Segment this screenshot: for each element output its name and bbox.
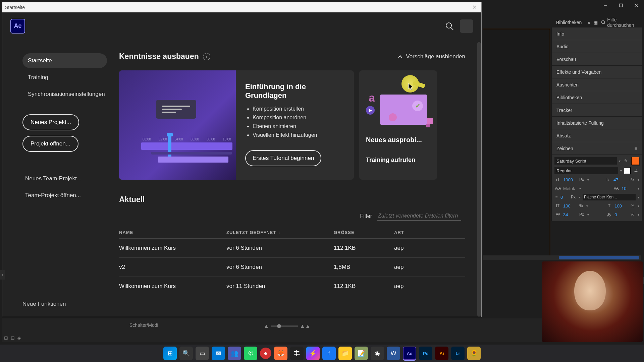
taskbar-firefox-icon[interactable]: 🦊 xyxy=(274,347,287,360)
swap-colors-icon[interactable]: ⇄ xyxy=(633,167,639,174)
taskbar-facebook-icon[interactable]: f xyxy=(322,347,336,360)
baseline-value[interactable]: 34 xyxy=(563,212,577,217)
hscale-icon: T xyxy=(606,202,612,209)
taskbar-k-app-icon[interactable]: 丰 xyxy=(290,347,304,360)
col-header-opened[interactable]: ZULETZT GEÖFFNET↑ xyxy=(226,230,334,235)
col-header-name[interactable]: NAME xyxy=(119,230,226,235)
window-minimize-icon[interactable] xyxy=(598,0,613,11)
taskbar-teams-icon[interactable]: 👥 xyxy=(228,347,241,360)
expand-left-panel-icon[interactable]: ‹ xyxy=(0,270,5,280)
taskbar: ⊞ 🔍 ▭ ✉ 👥 ✆ ● 🦊 丰 ⚡ f 📁 📝 ◉ W Ae Ps Ai L… xyxy=(0,345,644,362)
account-avatar[interactable] xyxy=(460,19,473,33)
taskbar-photoshop-icon[interactable]: Ps xyxy=(419,347,432,360)
nav-training[interactable]: Training xyxy=(22,70,107,85)
tutorial-card: 00;00 02;00 04;00 06;00 08;00 10;00 xyxy=(119,70,354,180)
panel-expand-icon[interactable]: » xyxy=(588,20,590,25)
unit-label: Px xyxy=(579,212,584,217)
start-tutorial-button[interactable]: Erstes Tutorial beginnen xyxy=(245,150,321,166)
info-icon[interactable]: i xyxy=(203,53,210,60)
svg-line-7 xyxy=(451,27,453,30)
open-training-link[interactable]: Training aufrufen xyxy=(366,157,430,164)
nav-sync-settings[interactable]: Synchronisationseinstellungen xyxy=(22,87,107,102)
taskbar-notes-icon[interactable]: 📝 xyxy=(355,347,368,360)
taskbar-aftereffects-icon[interactable]: Ae xyxy=(403,347,416,360)
panel-head-audio[interactable]: Audio xyxy=(552,40,642,53)
font-size-value[interactable]: 1000 xyxy=(563,177,577,182)
panel-head-contentfill[interactable]: Inhaltsbasierte Füllung xyxy=(552,117,642,129)
hide-suggestions-toggle[interactable]: Vorschläge ausblenden xyxy=(398,53,465,60)
vscale-value[interactable]: 100 xyxy=(563,203,577,208)
taskbar-explorer-icon[interactable]: 📁 xyxy=(338,347,352,360)
tick-label: 10;00 xyxy=(223,137,231,141)
panel-head-align[interactable]: Ausrichten xyxy=(552,78,642,91)
col-header-size[interactable]: GRÖSSE xyxy=(334,230,394,235)
taskbar-record-icon[interactable]: ● xyxy=(260,348,271,359)
taskbar-obs-icon[interactable]: ◉ xyxy=(371,347,384,360)
taskbar-messenger-icon[interactable]: ⚡ xyxy=(306,347,320,360)
chevron-down-icon[interactable]: ▾ xyxy=(619,159,621,163)
learn-section-title: Kenntnisse ausbauen xyxy=(119,52,199,61)
panel-grid-icon[interactable]: ▦ xyxy=(594,20,598,25)
table-row[interactable]: Willkommen zum Kurs vor 6 Stunden 112,1K… xyxy=(119,239,465,258)
panel-head-tracker[interactable]: Tracker xyxy=(552,104,642,117)
toggle-modes-icon[interactable]: ⊟ xyxy=(11,335,15,341)
new-features-link[interactable]: Neue Funktionen xyxy=(22,298,107,310)
filter-input[interactable] xyxy=(377,212,461,221)
toggle-blend-icon[interactable]: ◈ xyxy=(17,335,21,341)
panel-head-effects[interactable]: Effekte und Vorgaben xyxy=(552,66,642,78)
composition-viewer xyxy=(483,29,550,257)
stroke-mode-select[interactable] xyxy=(583,194,636,200)
tracking-value[interactable]: 10 xyxy=(622,186,636,191)
new-team-project-link[interactable]: Neues Team-Projekt... xyxy=(22,173,107,185)
svg-point-6 xyxy=(446,23,451,28)
kerning-value[interactable]: Metrik xyxy=(563,186,577,191)
fill-color-swatch[interactable] xyxy=(631,157,639,165)
tutorial-bullet: Komposition anordnen xyxy=(253,115,344,121)
tracking-icon: VA xyxy=(613,185,620,192)
taskbar-taskview-icon[interactable]: ▭ xyxy=(196,347,209,360)
nav-home[interactable]: Startseite xyxy=(22,53,107,68)
open-project-button[interactable]: Projekt öffnen... xyxy=(22,136,78,152)
leading-value[interactable]: 47 xyxy=(613,177,628,182)
timeline-zoom-slider[interactable]: ▲ ▲▲ xyxy=(264,323,311,329)
hscale-value[interactable]: 100 xyxy=(614,203,629,208)
font-style-select[interactable] xyxy=(554,167,618,174)
taskbar-word-icon[interactable]: W xyxy=(387,347,400,360)
window-close-icon[interactable] xyxy=(629,0,644,11)
panel-tab-libraries[interactable]: Bibliotheken xyxy=(553,18,584,26)
panel-head-paragraph[interactable]: Absatz xyxy=(552,129,642,142)
taskbar-windows-icon[interactable]: ⊞ xyxy=(163,347,177,360)
taskbar-mail-icon[interactable]: ✉ xyxy=(212,347,225,360)
tsume-value[interactable]: 0 xyxy=(614,212,629,217)
window-maximize-icon[interactable] xyxy=(613,0,629,11)
unit-label: Px xyxy=(579,177,584,182)
panel-head-info[interactable]: Info xyxy=(552,27,642,40)
taskbar-search-icon[interactable]: 🔍 xyxy=(179,347,193,360)
content-scrollbar[interactable] xyxy=(477,42,481,317)
unit-label: % xyxy=(579,203,583,208)
open-team-project-link[interactable]: Team-Projekt öffnen... xyxy=(22,189,107,201)
toggle-switches-icon[interactable]: ⊞ xyxy=(4,335,8,341)
chevron-down-icon[interactable]: ▾ xyxy=(620,169,622,173)
switches-modes-label[interactable]: Schalter/Modi xyxy=(129,322,158,328)
tick-label: 00;00 xyxy=(143,137,151,141)
table-row[interactable]: Willkommen zum Kurs vor 11 Stunden 112,1… xyxy=(119,277,465,296)
font-family-select[interactable] xyxy=(554,157,617,165)
help-search[interactable]: Hilfe durchsuchen xyxy=(601,17,640,28)
taskbar-misc-icon[interactable]: 🌻 xyxy=(467,347,481,360)
taskbar-lightroom-icon[interactable]: Lr xyxy=(451,347,465,360)
taskbar-illustrator-icon[interactable]: Ai xyxy=(435,347,448,360)
stroke-width-value[interactable]: 0 xyxy=(560,195,569,200)
panel-head-preview[interactable]: Vorschau xyxy=(552,53,642,66)
modal-close-icon[interactable]: ✕ xyxy=(470,4,479,10)
taskbar-whatsapp-icon[interactable]: ✆ xyxy=(244,347,257,360)
panel-head-character[interactable]: Zeichen xyxy=(552,142,642,155)
table-row[interactable]: v2 vor 6 Stunden 1,8MB aep xyxy=(119,258,465,277)
panel-head-libraries[interactable]: Bibliotheken xyxy=(552,91,642,104)
viewer-scrollbar[interactable] xyxy=(483,255,641,260)
col-header-kind[interactable]: ART xyxy=(394,230,428,235)
eyedropper-icon[interactable]: ✎ xyxy=(623,158,629,164)
search-icon[interactable] xyxy=(445,22,454,31)
new-project-button[interactable]: Neues Projekt... xyxy=(22,114,79,130)
stroke-color-swatch[interactable] xyxy=(624,167,631,174)
